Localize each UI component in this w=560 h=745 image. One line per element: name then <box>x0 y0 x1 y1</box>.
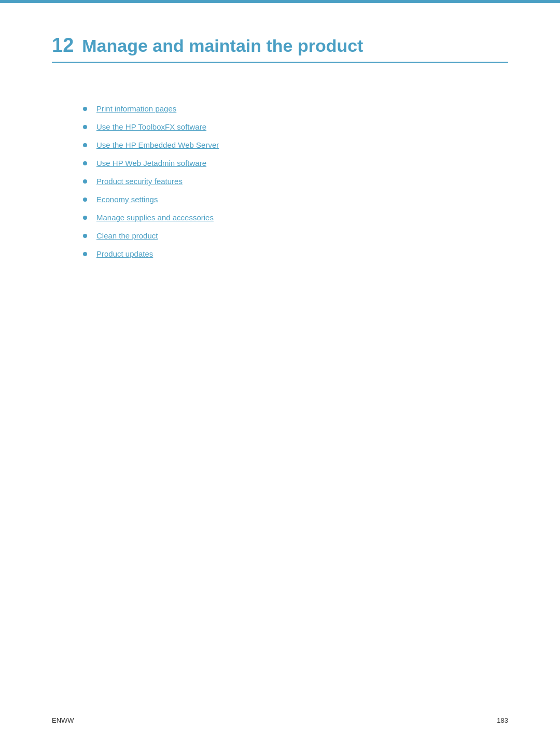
bullet-icon <box>83 107 87 111</box>
chapter-header: 12 Manage and maintain the product <box>52 34 508 63</box>
toc-link-product-security-features[interactable]: Product security features <box>96 177 183 186</box>
list-item: Product security features <box>83 177 508 186</box>
toc-link-use-embedded-web-server[interactable]: Use the HP Embedded Web Server <box>96 140 219 149</box>
bullet-icon <box>83 125 87 129</box>
toc-link-clean-the-product[interactable]: Clean the product <box>96 231 158 240</box>
chapter-title: Manage and maintain the product <box>82 36 363 56</box>
toc-link-economy-settings[interactable]: Economy settings <box>96 195 158 204</box>
list-item: Clean the product <box>83 231 508 240</box>
toc-link-product-updates[interactable]: Product updates <box>96 249 153 258</box>
toc-link-use-web-jetadmin[interactable]: Use HP Web Jetadmin software <box>96 159 206 167</box>
list-item: Product updates <box>83 249 508 258</box>
toc-link-manage-supplies-accessories[interactable]: Manage supplies and accessories <box>96 213 214 222</box>
footer: ENWW 183 <box>52 716 508 724</box>
list-item: Manage supplies and accessories <box>83 213 508 222</box>
chapter-number: 12 <box>52 34 74 57</box>
toc-link-use-toolboxfx[interactable]: Use the HP ToolboxFX software <box>96 122 206 131</box>
bullet-icon <box>83 216 87 220</box>
bullet-icon <box>83 252 87 256</box>
footer-right: 183 <box>497 716 508 724</box>
list-item: Print information pages <box>83 104 508 113</box>
footer-left: ENWW <box>52 716 74 724</box>
bullet-icon <box>83 143 87 147</box>
toc-link-print-information-pages[interactable]: Print information pages <box>96 104 176 113</box>
top-border <box>0 0 560 3</box>
bullet-icon <box>83 198 87 202</box>
toc-list: Print information pagesUse the HP Toolbo… <box>83 104 508 258</box>
list-item: Economy settings <box>83 195 508 204</box>
bullet-icon <box>83 234 87 238</box>
list-item: Use the HP Embedded Web Server <box>83 140 508 149</box>
bullet-icon <box>83 179 87 184</box>
list-item: Use the HP ToolboxFX software <box>83 122 508 131</box>
list-item: Use HP Web Jetadmin software <box>83 159 508 167</box>
bullet-icon <box>83 161 87 165</box>
